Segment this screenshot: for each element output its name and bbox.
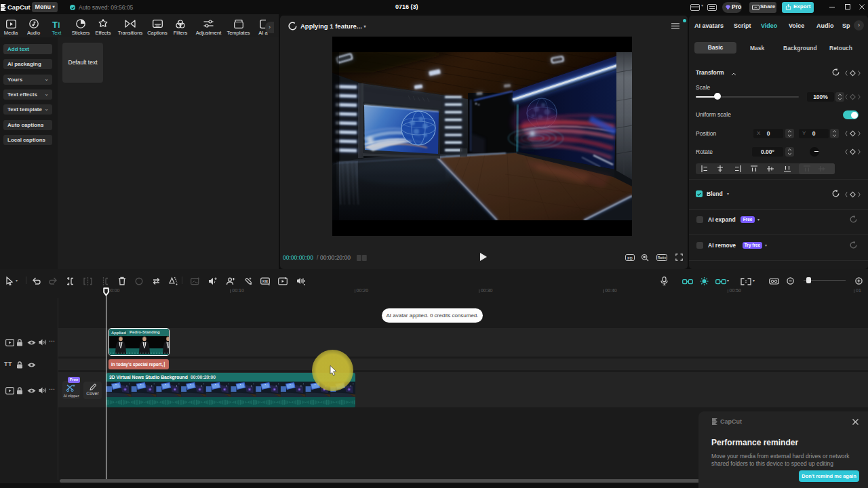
svg-text:Ratio: Ratio: [658, 256, 667, 260]
svg-text:KB: KB: [262, 279, 268, 283]
svg-text:I: I: [58, 21, 60, 28]
svg-text:FD: FD: [627, 256, 632, 260]
svg-text:T: T: [52, 20, 58, 28]
